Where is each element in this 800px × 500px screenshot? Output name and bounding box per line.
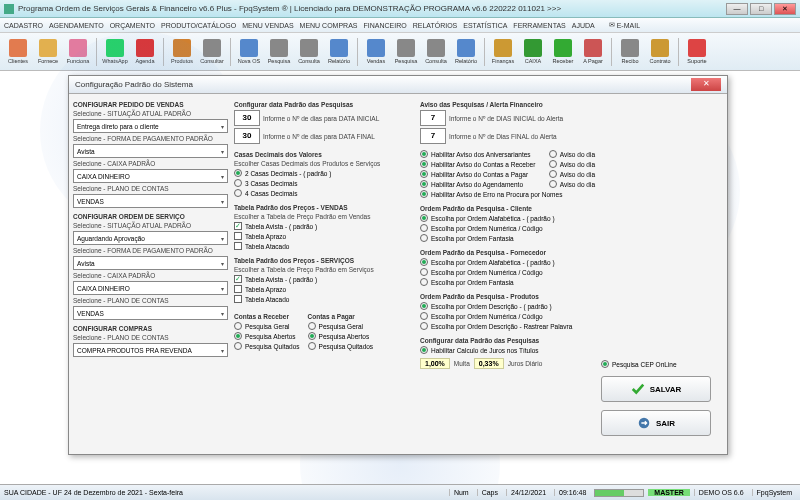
menu-agendamento[interactable]: AGENDAMENTO xyxy=(49,22,104,29)
combo-situacao-os[interactable]: Aguardando Aprovação xyxy=(73,231,228,245)
menu-relatorios[interactable]: RELATÓRIOS xyxy=(413,22,458,29)
radio-receber-dia[interactable]: Aviso do dia xyxy=(549,160,595,168)
radio-aviso-aniv[interactable]: Habilitar Aviso dos Aniversariantes xyxy=(420,150,531,158)
input-alerta-final[interactable]: 7 xyxy=(420,128,446,144)
radio-pagar-dia[interactable]: Aviso do dia xyxy=(549,170,595,178)
toolbar-receber[interactable]: Receber xyxy=(549,39,577,64)
input-dias-inicial[interactable]: 30 xyxy=(234,110,260,126)
radio-prod-desc[interactable]: Escolha por Ordem Descrição - ( padrão ) xyxy=(420,302,595,310)
radio-prod-rast[interactable]: Escolha por Ordem Descrição - Rastrear P… xyxy=(420,322,595,330)
combo-plano-os[interactable]: VENDAS xyxy=(73,306,228,320)
radio-agenda-dia[interactable]: Aviso do dia xyxy=(549,180,595,188)
toolbar-label: Fornece xyxy=(38,58,58,64)
toolbar-label: Clientes xyxy=(8,58,28,64)
radio-cr-quitados[interactable]: Pesquisa Quitados xyxy=(234,342,300,350)
toolbar-consulta[interactable]: Consulta xyxy=(422,39,450,64)
lbl-multa: Multa xyxy=(454,360,470,367)
toolbar-relatório[interactable]: Relatório xyxy=(325,39,353,64)
save-button[interactable]: SALVAR xyxy=(601,376,711,402)
relatório-icon xyxy=(330,39,348,57)
radio-cp-quitados[interactable]: Pesquisa Quitados xyxy=(308,342,374,350)
toolbar-finanças[interactable]: Finanças xyxy=(489,39,517,64)
chk-avista-serv[interactable]: Tabela Avista - ( padrão ) xyxy=(234,275,414,283)
toolbar-recibo[interactable]: Recibo xyxy=(616,39,644,64)
radio-aviso-agenda[interactable]: Habilitar Aviso do Agendamento xyxy=(420,180,523,188)
input-dias-final[interactable]: 30 xyxy=(234,128,260,144)
radio-prod-num[interactable]: Escolha por Ordem Numérica / Código xyxy=(420,312,595,320)
radio-aniv-dia[interactable]: Aviso do dia xyxy=(549,150,595,158)
combo-caixa-os[interactable]: CAIXA DINHEIRO xyxy=(73,281,228,295)
toolbar-pesquisa[interactable]: Pesquisa xyxy=(265,39,293,64)
maximize-button[interactable]: □ xyxy=(750,3,772,15)
toolbar-pesquisa[interactable]: Pesquisa xyxy=(392,39,420,64)
dialog-close-button[interactable]: ✕ xyxy=(691,78,721,91)
chk-atacado-serv[interactable]: Tabela Atacado xyxy=(234,295,414,303)
radio-cep-online[interactable]: Pesquisa CEP OnLine xyxy=(601,360,723,368)
combo-plano-venda[interactable]: VENDAS xyxy=(73,194,228,208)
toolbar-clientes[interactable]: Clientes xyxy=(4,39,32,64)
toolbar-relatório[interactable]: Relatório xyxy=(452,39,480,64)
hdr-tabela-vendas: Tabela Padrão dos Preços - VENDAS xyxy=(234,204,414,211)
status-demo: DEMO OS 6.6 xyxy=(694,489,748,496)
window-title: Programa Ordem de Serviços Gerais & Fina… xyxy=(18,4,726,13)
menu-cadastro[interactable]: CADASTRO xyxy=(4,22,43,29)
radio-cli-fant[interactable]: Escolha por Ordem Fantasia xyxy=(420,234,595,242)
radio-for-alfa[interactable]: Escolha por Ordem Alafabética - ( padrão… xyxy=(420,258,595,266)
radio-cp-abertos[interactable]: Pesquisa Abertos xyxy=(308,332,374,340)
menu-compras[interactable]: MENU COMPRAS xyxy=(300,22,358,29)
toolbar-a pagar[interactable]: A Pagar xyxy=(579,39,607,64)
menu-ferramentas[interactable]: FERRAMENTAS xyxy=(513,22,565,29)
radio-4casas[interactable]: 4 Casas Decimais xyxy=(234,189,414,197)
input-alerta-inicial[interactable]: 7 xyxy=(420,110,446,126)
chk-atacado-vendas[interactable]: Tabela Atacado xyxy=(234,242,414,250)
toolbar-consulta[interactable]: Consulta xyxy=(295,39,323,64)
menu-vendas[interactable]: MENU VENDAS xyxy=(242,22,293,29)
toolbar-vendas[interactable]: Vendas xyxy=(362,39,390,64)
combo-caixa-venda[interactable]: CAIXA DINHEIRO xyxy=(73,169,228,183)
toolbar-contrato[interactable]: Contrato xyxy=(646,39,674,64)
radio-for-num[interactable]: Escolha por Ordem Numérica / Código xyxy=(420,268,595,276)
menu-produto[interactable]: PRODUTO/CATÁLOGO xyxy=(161,22,236,29)
radio-cp-geral[interactable]: Pesquisa Geral xyxy=(308,322,374,330)
menu-financeiro[interactable]: FINANCEIRO xyxy=(364,22,407,29)
statusbar: SUA CIDADE - UF 24 de Dezembro de 2021 -… xyxy=(0,484,800,500)
radio-aviso-pagar[interactable]: Habilitar Aviso do Contas a Pagar xyxy=(420,170,528,178)
vendas-icon xyxy=(367,39,385,57)
a pagar-icon xyxy=(584,39,602,57)
radio-juros[interactable]: Habilitar Calculo de Juros nos Títulos xyxy=(420,346,595,354)
radio-3casas[interactable]: 3 Casas Decimais xyxy=(234,179,414,187)
col-vendas-config: CONFIGURAR PEDIDO DE VENDAS Selecione - … xyxy=(73,98,228,450)
hdr-contas-receber: Contas a Receber xyxy=(234,313,300,320)
toolbar-fornece[interactable]: Fornece xyxy=(34,39,62,64)
radio-cr-abertos[interactable]: Pesquisa Abertos xyxy=(234,332,300,340)
exit-button[interactable]: SAIR xyxy=(601,410,711,436)
email-button[interactable]: ✉ E-MAIL xyxy=(609,21,640,29)
radio-cli-num[interactable]: Escolha por Ordem Numérica / Código xyxy=(420,224,595,232)
menu-ajuda[interactable]: AJUDA xyxy=(572,22,595,29)
combo-pagamento-os[interactable]: Avista xyxy=(73,256,228,270)
minimize-button[interactable]: — xyxy=(726,3,748,15)
radio-cr-geral[interactable]: Pesquisa Geral xyxy=(234,322,300,330)
radio-aviso-erro[interactable]: Habilitar Aviso de Erro na Procura por N… xyxy=(420,190,595,198)
chk-avista-vendas[interactable]: Tabela Avista - ( padrão ) xyxy=(234,222,414,230)
val-juros: 0,33% xyxy=(474,358,504,369)
lbl-casas-sub: Escolher Casas Decimais dos Produtos e S… xyxy=(234,160,414,167)
combo-situacao-venda[interactable]: Entrega direto para o cliente xyxy=(73,119,228,133)
relatório-icon xyxy=(457,39,475,57)
radio-aviso-receber[interactable]: Habilitar Aviso do Contas a Receber xyxy=(420,160,535,168)
menu-estatistica[interactable]: ESTATÍSTICA xyxy=(463,22,507,29)
hdr-ordem-prod: Ordem Padrão da Pesquisa - Produtos xyxy=(420,293,595,300)
close-button[interactable]: ✕ xyxy=(774,3,796,15)
toolbar-suporte[interactable]: Suporte xyxy=(683,39,711,64)
toolbar-nova os[interactable]: Nova OS xyxy=(235,39,263,64)
chk-aprazo-vendas[interactable]: Tabela Aprazo xyxy=(234,232,414,240)
radio-cli-alfa[interactable]: Escolha por Ordem Alafabética - ( padrão… xyxy=(420,214,595,222)
menu-orcamento[interactable]: ORÇAMENTO xyxy=(110,22,155,29)
combo-pagamento-venda[interactable]: Avista xyxy=(73,144,228,158)
combo-plano-compras[interactable]: COMPRA PRODUTOS PRA REVENDA xyxy=(73,343,228,357)
radio-for-fant[interactable]: Escolha por Ordem Fantasia xyxy=(420,278,595,286)
toolbar-caixa[interactable]: CAIXA xyxy=(519,39,547,64)
chk-aprazo-serv[interactable]: Tabela Aprazo xyxy=(234,285,414,293)
radio-2casas[interactable]: 2 Casas Decimais - ( padrão ) xyxy=(234,169,414,177)
receber-icon xyxy=(554,39,572,57)
